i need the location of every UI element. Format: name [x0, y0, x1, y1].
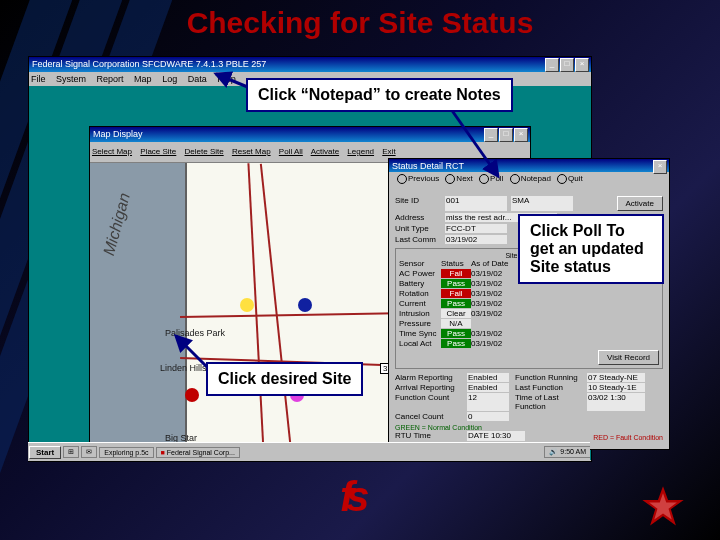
sensor-status: Pass	[441, 329, 471, 338]
svg-line-1	[446, 102, 498, 176]
funcrun-label: Function Running	[515, 373, 587, 382]
radio-notepad[interactable]	[510, 174, 520, 184]
svg-line-0	[216, 74, 250, 88]
toolbar-poll-all[interactable]: Poll All	[279, 147, 303, 156]
menu-log[interactable]: Log	[162, 74, 177, 84]
radio-quit[interactable]	[557, 174, 567, 184]
address-label: Address	[395, 213, 445, 222]
site-marker-1[interactable]	[240, 298, 254, 312]
toolbar-reset-map[interactable]: Reset Map	[232, 147, 271, 156]
alarm-value: Enabled	[467, 373, 509, 382]
lastfunc-label: Last Function	[515, 383, 587, 392]
toolbar-delete-site[interactable]: Delete Site	[185, 147, 224, 156]
legend-green: GREEN = Normal Condition	[395, 424, 482, 431]
rtu-value: DATE 10:30	[467, 431, 525, 441]
toolbar-place-site[interactable]: Place Site	[140, 147, 176, 156]
col-status: Status	[441, 259, 471, 268]
funccnt-value: 12	[467, 393, 509, 411]
sensor-label: AC Power	[399, 269, 441, 278]
status-close-button[interactable]: ×	[653, 160, 667, 174]
map-close-button[interactable]: ×	[514, 128, 528, 142]
toolbar-select-map[interactable]: Select Map	[92, 147, 132, 156]
menu-file[interactable]: File	[31, 74, 46, 84]
visit-record-button[interactable]: Visit Record	[598, 350, 659, 365]
lastcomm-value: 03/19/02	[445, 235, 507, 244]
arrival-label: Arrival Reporting	[395, 383, 467, 392]
siteid-name: SMA	[511, 196, 573, 211]
task-federal-signal[interactable]: ■ Federal Signal Corp...	[156, 447, 240, 458]
start-button[interactable]: Start	[29, 446, 61, 459]
sensor-status: Fail	[441, 289, 471, 298]
cancel-value: 0	[467, 412, 509, 421]
quicklaunch-icon[interactable]: ⊞	[63, 446, 79, 458]
sensor-status: Pass	[441, 339, 471, 348]
sensor-date: 03/19/02	[471, 289, 659, 298]
toolbar-exit[interactable]: Exit	[382, 147, 395, 156]
menu-system[interactable]: System	[56, 74, 86, 84]
status-titlebar: Status Detail RCT ×	[389, 159, 669, 172]
siteid-value: 001	[445, 196, 507, 211]
unittype-label: Unit Type	[395, 224, 445, 233]
toolbar-legend[interactable]: Legend	[347, 147, 374, 156]
lastfunc-value: 10 Steady-1E	[587, 383, 645, 392]
label-quit: Quit	[568, 174, 583, 183]
sensor-status: N/A	[441, 319, 471, 328]
lastcomm-label: Last Comm	[395, 235, 445, 244]
maximize-button[interactable]: □	[560, 58, 574, 72]
legend-red: RED = Fault Condition	[593, 434, 663, 441]
minimize-button[interactable]: _	[545, 58, 559, 72]
sensor-date: 03/19/02	[471, 329, 659, 338]
site-marker-3[interactable]	[185, 388, 199, 402]
sensor-label: Local Act	[399, 339, 441, 348]
sensor-date: 03/19/02	[471, 309, 659, 318]
menu-report[interactable]: Report	[97, 74, 124, 84]
label-notepad: Notepad	[521, 174, 551, 183]
site-marker-2[interactable]	[298, 298, 312, 312]
sensor-date: 03/19/02	[471, 299, 659, 308]
callout-notepad: Click “Notepad” to create Notes	[246, 78, 513, 112]
sensor-label: Intrusion	[399, 309, 441, 318]
sensor-status: Pass	[441, 279, 471, 288]
map-title: Map Display	[93, 129, 143, 139]
timelast-value: 03/02 1:30	[587, 393, 645, 411]
lake-area	[90, 163, 187, 453]
quicklaunch-icon[interactable]: ✉	[81, 446, 97, 458]
funccnt-label: Function Count	[395, 393, 467, 411]
status-window: Status Detail RCT × Previous Next Poll N…	[388, 158, 670, 450]
sensor-date: 03/19/02	[471, 339, 659, 348]
label-previous: Previous	[408, 174, 439, 183]
sensor-label: Rotation	[399, 289, 441, 298]
sensor-label: Current	[399, 299, 441, 308]
status-toolbar: Previous Next Poll Notepad Quit	[389, 172, 669, 192]
slide-title: Checking for Site Status	[0, 6, 720, 40]
app-title: Federal Signal Corporation SFCDWARE 7.4.…	[32, 59, 266, 69]
fs-logo: fs	[340, 480, 361, 514]
radio-previous[interactable]	[397, 174, 407, 184]
timelast-label: Time of Last Function	[515, 393, 587, 411]
cancel-label: Cancel Count	[395, 412, 467, 421]
activate-button[interactable]: Activate	[617, 196, 663, 211]
sensor-label: Battery	[399, 279, 441, 288]
funcrun-value: 07 Steady-NE	[587, 373, 645, 382]
arrival-value: Enabled	[467, 383, 509, 392]
road-v2	[260, 164, 292, 453]
menu-data[interactable]: Data	[188, 74, 207, 84]
menu-map[interactable]: Map	[134, 74, 152, 84]
sensor-status: Pass	[441, 299, 471, 308]
system-tray[interactable]: 🔊 9:50 AM	[544, 446, 590, 458]
rtu-label: RTU Time	[395, 431, 467, 441]
sensor-label: Pressure	[399, 319, 441, 328]
alarm-label: Alarm Reporting	[395, 373, 467, 382]
col-sensor: Sensor	[399, 259, 441, 268]
toolbar-activate[interactable]: Activate	[311, 147, 339, 156]
task-explorer[interactable]: Exploring p.5c	[99, 447, 153, 458]
sensor-date	[471, 319, 659, 328]
sensor-status: Clear	[441, 309, 471, 318]
close-button[interactable]: ×	[575, 58, 589, 72]
siteid-label: Site ID	[395, 196, 445, 211]
star-icon	[640, 484, 686, 530]
unittype-value: FCC-DT	[445, 224, 507, 233]
callout-site: Click desired Site	[206, 362, 363, 396]
callout-poll: Click Poll To get an updated Site status	[518, 214, 664, 284]
sensor-status: Fail	[441, 269, 471, 278]
